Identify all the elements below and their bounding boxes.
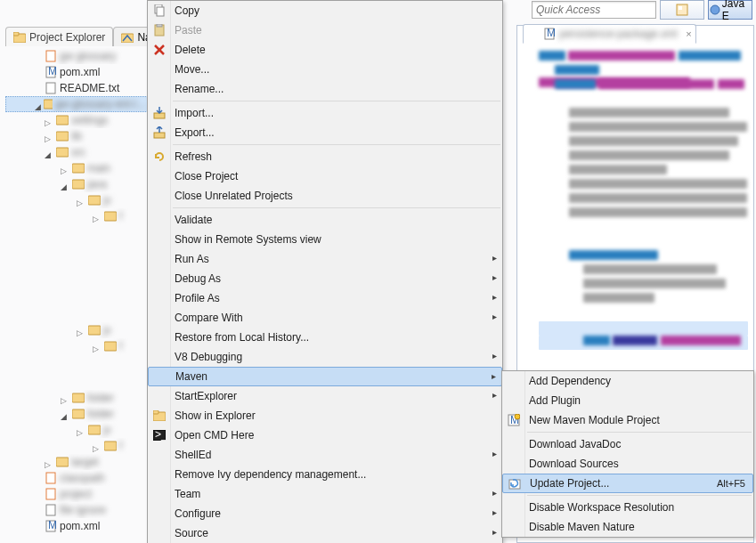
menu-v8-debugging[interactable]: V8 Debugging▸ bbox=[148, 347, 502, 367]
maven-file-icon: M bbox=[543, 28, 556, 40]
close-icon[interactable]: × bbox=[686, 28, 691, 39]
submenu-disable-workspace[interactable]: Disable Workspace Resolution bbox=[502, 498, 753, 517]
menu-shelled[interactable]: ShellEd▸ bbox=[148, 445, 502, 465]
menu-close-unrelated[interactable]: Close Unrelated Projects bbox=[148, 186, 502, 206]
menu-run-as[interactable]: Run As▸ bbox=[148, 249, 502, 269]
menu-show-remote[interactable]: Show in Remote Systems view bbox=[148, 230, 502, 249]
svg-rect-43 bbox=[154, 133, 165, 138]
perspective-label: Java E bbox=[722, 0, 752, 22]
tree-item-selected-project[interactable]: gw-glossary-ent-l… bbox=[5, 96, 148, 112]
menu-compare-with[interactable]: Compare With▸ bbox=[148, 308, 502, 328]
context-menu: Copy Paste Delete Move... Rename... Impo… bbox=[147, 0, 503, 543]
menu-copy[interactable]: Copy bbox=[148, 1, 502, 20]
editor-tab-title: persistence-package.xml bbox=[559, 28, 678, 40]
menu-rename[interactable]: Rename... bbox=[148, 79, 502, 99]
tree-item-folder[interactable]: jv bbox=[5, 422, 148, 438]
import-icon bbox=[152, 106, 167, 120]
svg-text:M: M bbox=[48, 66, 57, 77]
tree-item-folder[interactable]: f bbox=[5, 338, 148, 354]
update-project-icon bbox=[508, 476, 522, 490]
tree-item-label: pom.xml bbox=[60, 66, 100, 78]
svg-rect-12 bbox=[56, 132, 69, 141]
tree-item-folder[interactable]: f bbox=[5, 438, 148, 454]
tree-item-pom-xml[interactable]: Mpom.xml bbox=[5, 64, 148, 80]
submenu-add-dependency[interactable]: Add Dependency bbox=[502, 371, 753, 391]
menu-show-in-explorer[interactable]: Show in Explorer bbox=[148, 406, 502, 425]
svg-text:M: M bbox=[48, 520, 57, 531]
tree-item-blur[interactable]: gw glossary bbox=[5, 48, 148, 64]
submenu-add-plugin[interactable]: Add Plugin bbox=[502, 391, 753, 410]
menu-start-explorer[interactable]: StartExplorer▸ bbox=[148, 386, 502, 406]
tab-project-explorer-label: Project Explorer bbox=[29, 31, 105, 44]
menu-open-cmd[interactable]: >_ Open CMD Here bbox=[148, 425, 502, 445]
svg-rect-45 bbox=[153, 410, 159, 414]
export-icon bbox=[152, 126, 167, 140]
menu-move[interactable]: Move... bbox=[148, 60, 502, 79]
editor-tab[interactable]: M persistence-package.xml × bbox=[523, 24, 696, 44]
menu-export[interactable]: Export... bbox=[148, 123, 502, 142]
menu-remove-ivy[interactable]: Remove Ivy dependency management... bbox=[148, 465, 502, 484]
menu-validate[interactable]: Validate bbox=[148, 210, 502, 230]
svg-rect-21 bbox=[72, 409, 85, 418]
submenu-update-project[interactable]: Update Project...Alt+F5 bbox=[502, 474, 753, 493]
tree-item-folder[interactable]: jv bbox=[5, 192, 148, 208]
java-perspective-button[interactable]: Java E bbox=[708, 0, 752, 20]
tree-item-blur[interactable]: classpath bbox=[5, 470, 148, 486]
quick-access-input[interactable] bbox=[532, 1, 656, 19]
folder-icon bbox=[152, 409, 167, 423]
svg-rect-22 bbox=[88, 425, 101, 434]
svg-rect-26 bbox=[46, 489, 55, 499]
svg-rect-39 bbox=[157, 24, 162, 27]
svg-rect-20 bbox=[72, 393, 85, 402]
svg-rect-6 bbox=[46, 51, 55, 61]
copy-icon bbox=[152, 4, 167, 18]
tree-item-blur[interactable]: file ignore bbox=[5, 502, 148, 518]
submenu-download-javadoc[interactable]: Download JavaDoc bbox=[502, 434, 753, 454]
tree-item-folder[interactable]: target bbox=[5, 454, 148, 470]
submenu-disable-maven[interactable]: Disable Maven Nature bbox=[502, 517, 753, 537]
svg-rect-18 bbox=[88, 326, 101, 335]
tree-item-readme[interactable]: README.txt bbox=[5, 80, 148, 96]
paste-icon bbox=[152, 23, 167, 37]
tree-item-folder[interactable]: settings bbox=[5, 112, 148, 128]
svg-point-50 bbox=[515, 414, 520, 419]
tree-item-label: README.txt bbox=[60, 82, 119, 94]
menu-debug-as[interactable]: Debug As▸ bbox=[148, 269, 502, 288]
menu-source[interactable]: Source▸ bbox=[148, 523, 502, 543]
menu-paste[interactable]: Paste bbox=[148, 20, 502, 40]
terminal-icon: >_ bbox=[152, 428, 167, 442]
tree-item-folder[interactable]: src bbox=[5, 144, 148, 160]
svg-text:M: M bbox=[547, 28, 556, 39]
tab-project-explorer[interactable]: Project Explorer bbox=[5, 27, 113, 46]
tree-item-label: pom.xml bbox=[60, 520, 100, 532]
tree-item-folder[interactable]: main bbox=[5, 160, 148, 176]
open-perspective-button[interactable] bbox=[660, 0, 704, 20]
tree-item-folder[interactable]: jv bbox=[5, 322, 148, 338]
menu-configure[interactable]: Configure▸ bbox=[148, 504, 502, 523]
menu-team[interactable]: Team▸ bbox=[148, 484, 502, 504]
tree-item-folder[interactable]: f bbox=[5, 208, 148, 224]
maven-submenu: Add Dependency Add Plugin M New Maven Mo… bbox=[501, 370, 754, 538]
tree-item-folder[interactable]: java bbox=[5, 176, 148, 192]
svg-rect-15 bbox=[72, 180, 85, 189]
menu-profile-as[interactable]: Profile As▸ bbox=[148, 288, 502, 308]
menu-close-project[interactable]: Close Project bbox=[148, 166, 502, 186]
tree-item-blur[interactable]: project bbox=[5, 486, 148, 502]
svg-rect-25 bbox=[46, 473, 55, 483]
tree-item-folder[interactable]: lib bbox=[5, 128, 148, 144]
menu-refresh[interactable]: Refresh bbox=[148, 147, 502, 166]
svg-rect-24 bbox=[56, 458, 69, 466]
menu-maven[interactable]: Maven▸ bbox=[148, 367, 502, 386]
submenu-download-sources[interactable]: Download Sources bbox=[502, 454, 753, 474]
svg-rect-10 bbox=[44, 100, 53, 109]
tree-item-folder[interactable]: folder bbox=[5, 390, 148, 406]
menu-restore-history[interactable]: Restore from Local History... bbox=[148, 328, 502, 347]
svg-rect-11 bbox=[56, 116, 69, 125]
menu-import[interactable]: Import... bbox=[148, 103, 502, 123]
tree-item-folder[interactable]: folder bbox=[5, 406, 148, 422]
tree-item-pom-xml-2[interactable]: Mpom.xml bbox=[5, 518, 148, 534]
svg-rect-4 bbox=[13, 32, 19, 36]
menu-delete[interactable]: Delete bbox=[148, 40, 502, 60]
svg-rect-19 bbox=[104, 342, 117, 351]
submenu-new-maven-module[interactable]: M New Maven Module Project bbox=[502, 410, 753, 430]
